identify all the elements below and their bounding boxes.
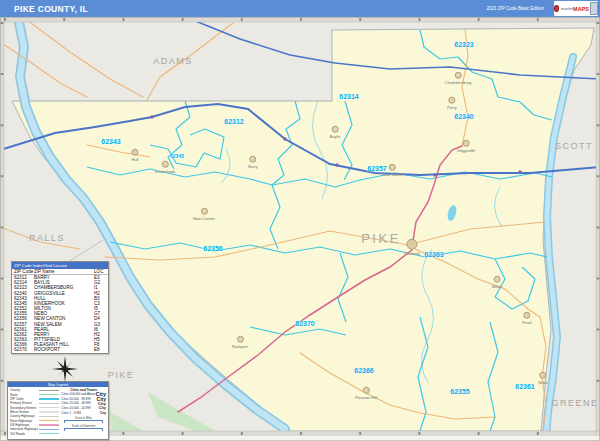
cell-loc: E8 — [94, 347, 106, 352]
legend-city-sample: City — [99, 406, 106, 410]
legend-city-label: Cities 1 - 9,999 — [61, 411, 81, 415]
compass-rose-icon — [46, 356, 84, 382]
county-title: PIKE COUNTY, IL — [0, 4, 88, 14]
logo-side-block — [590, 2, 598, 15]
cell-zip-name: ROCKPORT — [34, 347, 94, 352]
legend-item: Toll Roads — [10, 431, 59, 435]
legend-city-label: Cities 10,000 - 24,999 — [61, 406, 90, 410]
zip-index-table: ZIP Code Index/Grid Locator ZIP Code ZIP… — [11, 261, 109, 354]
legend-city-label: Cities 100,000 and Above — [61, 392, 95, 396]
legend-line-swatch — [39, 407, 59, 408]
floodplain-areas — [110, 392, 246, 436]
legend-line-swatch — [39, 433, 59, 434]
legend-city-item: Cities 25,000 - 49,999City — [61, 401, 106, 406]
legend-line-swatch — [39, 416, 59, 417]
legend-line-swatch — [39, 390, 59, 391]
logo-text-maps: MAPS — [573, 6, 589, 12]
legend-line-swatch — [39, 424, 59, 425]
zip-table-title: ZIP Code Index/Grid Locator — [12, 262, 108, 269]
table-row: 62370ROCKPORTE8 — [12, 347, 108, 352]
map-canvas — [0, 17, 600, 441]
legend-line-swatch — [39, 420, 59, 421]
legend-city-items: Cities 100,000 and AboveCityCities 50,00… — [61, 392, 106, 415]
col-zip-name: ZIP Name — [34, 269, 94, 274]
legend-body: CountyStateZIP CodePrimary StreetsSecond… — [8, 387, 108, 437]
legend-city-label: Cities 50,000 - 99,999 — [61, 397, 90, 401]
logo-globe-icon — [554, 5, 559, 12]
legend-city-sample: City — [100, 411, 106, 415]
publisher-logo: market MAPS — [554, 1, 598, 16]
title-bar: PIKE COUNTY, IL 2021 ZIP Code Basic Edit… — [0, 0, 600, 17]
col-loc: LOC — [94, 269, 106, 274]
legend-city-item: Cities 1 - 9,999City — [61, 410, 106, 415]
legend-line-swatch — [39, 403, 59, 404]
edition-label: 2021 ZIP Code Basic Edition — [487, 6, 544, 11]
legend-item-label: Toll Roads — [10, 432, 38, 436]
cell-zip-code: 62370 — [14, 347, 34, 352]
scale-bar-miles: Scale in Miles — [61, 416, 106, 423]
map-legend: Map Legend CountyStateZIP CodePrimary St… — [7, 381, 109, 440]
legend-line-swatch — [39, 394, 59, 395]
legend-line-swatch — [39, 398, 59, 399]
legend-city-item: Cities 10,000 - 24,999City — [61, 406, 106, 411]
legend-line-items: CountyStateZIP CodePrimary StreetsSecond… — [10, 388, 59, 436]
scale-bar-kilometers: Scale in Kilometers — [61, 424, 106, 431]
zip-table-rows: 62312BARRYE362314BAYLISG262323CHAMBERSBU… — [12, 275, 108, 352]
legend-cities-section: Cities and Towns Cities 100,000 and Abov… — [59, 388, 106, 436]
col-zip-code: ZIP Code — [14, 269, 34, 274]
legend-line-swatch — [39, 411, 59, 412]
legend-city-label: Cities 25,000 - 49,999 — [61, 401, 90, 405]
map-art — [0, 17, 600, 441]
legend-line-swatch — [39, 429, 59, 430]
logo-text: market — [561, 7, 573, 11]
zip-code-map-page: PIKE COUNTY, IL 2021 ZIP Code Basic Edit… — [0, 0, 600, 441]
